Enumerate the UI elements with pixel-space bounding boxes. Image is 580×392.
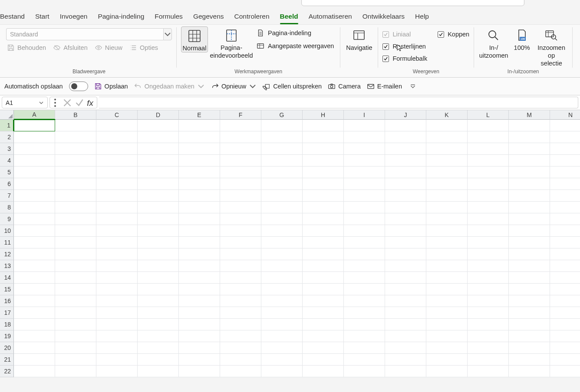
cell[interactable]	[550, 143, 580, 155]
cell[interactable]	[261, 167, 303, 178]
cell[interactable]	[344, 319, 385, 330]
cell[interactable]	[220, 272, 261, 284]
row-header[interactable]: 5	[0, 167, 14, 178]
cell[interactable]	[550, 237, 580, 248]
cell[interactable]	[179, 248, 220, 260]
cell[interactable]	[220, 237, 261, 248]
cell[interactable]	[96, 120, 138, 131]
cell[interactable]	[261, 120, 303, 131]
cell[interactable]	[55, 260, 96, 272]
cell[interactable]	[14, 260, 55, 272]
cell[interactable]	[179, 284, 220, 295]
cell[interactable]	[55, 202, 96, 213]
cell[interactable]	[179, 295, 220, 307]
cell[interactable]	[261, 143, 303, 155]
cell[interactable]	[550, 319, 580, 330]
cell[interactable]	[344, 295, 385, 307]
cell[interactable]	[96, 178, 138, 190]
cell[interactable]	[426, 307, 468, 319]
cell[interactable]	[303, 167, 344, 178]
cell[interactable]	[261, 366, 303, 377]
cell[interactable]	[179, 202, 220, 213]
cell[interactable]	[96, 319, 138, 330]
cell[interactable]	[261, 237, 303, 248]
cell[interactable]	[303, 295, 344, 307]
cell[interactable]	[261, 319, 303, 330]
cell[interactable]	[385, 319, 426, 330]
cell[interactable]	[550, 284, 580, 295]
cell[interactable]	[179, 272, 220, 284]
cell[interactable]	[179, 260, 220, 272]
cell[interactable]	[303, 319, 344, 330]
column-header[interactable]: L	[468, 110, 509, 120]
cell[interactable]	[96, 354, 138, 366]
cell[interactable]	[55, 319, 96, 330]
column-header[interactable]: K	[426, 110, 468, 120]
cell[interactable]	[138, 190, 179, 202]
cell[interactable]	[220, 178, 261, 190]
normal-view-button[interactable]: Normaal	[181, 26, 208, 52]
row-header[interactable]: 11	[0, 237, 14, 248]
cell[interactable]	[344, 143, 385, 155]
tab-automatiseren[interactable]: Automatiseren	[303, 9, 357, 24]
camera-button[interactable]: Camera	[328, 82, 361, 90]
cell[interactable]	[385, 272, 426, 284]
cell[interactable]	[14, 202, 55, 213]
cell[interactable]	[14, 330, 55, 342]
cell[interactable]	[303, 307, 344, 319]
cell[interactable]	[96, 248, 138, 260]
cell[interactable]	[344, 272, 385, 284]
select-all-corner[interactable]	[0, 110, 14, 120]
column-header[interactable]: F	[220, 110, 261, 120]
cell[interactable]	[385, 120, 426, 131]
cell[interactable]	[138, 213, 179, 225]
cell[interactable]	[385, 295, 426, 307]
cell[interactable]	[55, 143, 96, 155]
chevron-down-icon[interactable]	[39, 100, 44, 105]
column-header[interactable]: I	[344, 110, 385, 120]
cell[interactable]	[14, 237, 55, 248]
cell[interactable]	[385, 143, 426, 155]
cell[interactable]	[303, 237, 344, 248]
cell[interactable]	[179, 366, 220, 377]
cell[interactable]	[138, 342, 179, 354]
cell[interactable]	[55, 342, 96, 354]
cell[interactable]	[261, 155, 303, 167]
cell[interactable]	[385, 248, 426, 260]
cell[interactable]	[96, 295, 138, 307]
cell[interactable]	[385, 225, 426, 237]
cell[interactable]	[509, 213, 550, 225]
column-header[interactable]: M	[509, 110, 550, 120]
row-header[interactable]: 6	[0, 178, 14, 190]
cell[interactable]	[55, 225, 96, 237]
cell[interactable]	[468, 213, 509, 225]
speak-cells-button[interactable]: Cellen uitspreken	[263, 82, 322, 90]
cell[interactable]	[55, 307, 96, 319]
cell[interactable]	[344, 190, 385, 202]
cell[interactable]	[138, 178, 179, 190]
cell[interactable]	[261, 272, 303, 284]
undo-button[interactable]: Ongedaan maken	[134, 82, 205, 90]
cell[interactable]	[509, 366, 550, 377]
tab-invoegen[interactable]: Invoegen	[55, 9, 93, 24]
cell[interactable]	[96, 143, 138, 155]
cell[interactable]	[14, 155, 55, 167]
custom-views-button[interactable]: Aangepaste weergaven	[255, 41, 336, 51]
cell[interactable]	[303, 155, 344, 167]
cell[interactable]	[261, 307, 303, 319]
cell[interactable]	[385, 131, 426, 143]
cell[interactable]	[261, 202, 303, 213]
formula-bar-checkbox[interactable]: Formulebalk	[382, 54, 427, 63]
tab-paginaindeling[interactable]: Pagina-indeling	[92, 9, 149, 24]
row-header[interactable]: 8	[0, 202, 14, 213]
row-header[interactable]: 12	[0, 248, 14, 260]
column-header[interactable]: B	[55, 110, 96, 120]
row-header[interactable]: 17	[0, 307, 14, 319]
row-header[interactable]: 19	[0, 330, 14, 342]
cell[interactable]	[509, 319, 550, 330]
cell[interactable]	[550, 260, 580, 272]
cell[interactable]	[426, 131, 468, 143]
cell[interactable]	[426, 120, 468, 131]
cell[interactable]	[303, 248, 344, 260]
cell[interactable]	[220, 284, 261, 295]
